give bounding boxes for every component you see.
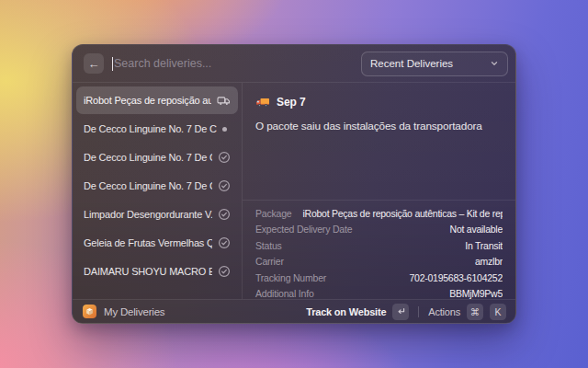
check-circle-icon bbox=[218, 265, 231, 278]
list-item-geleia[interactable]: Geleia de Frutas Vermelhas Q... bbox=[76, 229, 238, 257]
list-item-dececco-3[interactable]: De Cecco Linguine No. 7 De C... bbox=[76, 172, 238, 200]
app-name: My Deliveries bbox=[104, 306, 164, 317]
text-caret bbox=[112, 57, 113, 71]
truck-icon bbox=[217, 94, 231, 108]
check-circle-icon bbox=[218, 151, 231, 164]
metadata-row-package: Package iRobot Peças de reposição autênt… bbox=[255, 205, 503, 222]
track-on-website-button[interactable]: Track on Website bbox=[306, 306, 386, 317]
dot-icon bbox=[222, 127, 231, 132]
dropdown-label: Recent Deliveries bbox=[370, 58, 453, 69]
list-item-dececco-1[interactable]: De Cecco Linguine No. 7 De C... bbox=[76, 115, 238, 143]
chevron-down-icon bbox=[490, 59, 499, 68]
detail-panel: Sep 7 O pacote saiu das instalações da t… bbox=[243, 83, 515, 299]
check-circle-icon bbox=[218, 208, 231, 221]
recent-deliveries-dropdown[interactable]: Recent Deliveries bbox=[361, 52, 508, 76]
list-item-irobot[interactable]: iRobot Peças de reposição au... bbox=[76, 86, 238, 114]
k-key: K bbox=[490, 304, 506, 320]
metadata-row-tracking-number: Tracking Number 702-0195683-6104252 bbox=[255, 270, 503, 286]
list-item-dececco-2[interactable]: De Cecco Linguine No. 7 De C... bbox=[76, 144, 238, 171]
list-item-label: Geleia de Frutas Vermelhas Q... bbox=[84, 237, 212, 248]
metadata-value: BBMjM9Pw5 bbox=[325, 288, 503, 299]
metadata-label: Status bbox=[255, 240, 282, 251]
metadata-value: 702-0195683-6104252 bbox=[337, 272, 503, 283]
metadata-value: In Transit bbox=[293, 240, 503, 251]
search-input[interactable] bbox=[114, 57, 353, 70]
list-item-label: De Cecco Linguine No. 7 De C... bbox=[84, 123, 217, 134]
my-deliveries-window: ← Recent Deliveries iRobot Peças de repo… bbox=[72, 44, 516, 324]
list-item-label: DAIMARU SHOYU MACRO ES... bbox=[84, 266, 212, 277]
arrow-left-icon: ← bbox=[88, 57, 100, 71]
actions-button[interactable]: Actions bbox=[428, 306, 460, 317]
status-description: O pacote saiu das instalações da transpo… bbox=[255, 120, 503, 134]
metadata-label: Package bbox=[255, 208, 291, 219]
metadata-row-additional-info: Additional Info BBMjM9Pw5 bbox=[255, 286, 503, 300]
metadata-row-status: Status In Transit bbox=[255, 237, 503, 254]
check-circle-icon bbox=[218, 236, 231, 249]
list-item-daimaru[interactable]: DAIMARU SHOYU MACRO ES... bbox=[76, 258, 238, 285]
list-item-label: Limpador Desengordurante V... bbox=[84, 209, 212, 220]
delivery-list: iRobot Peças de reposição au... De Cecco… bbox=[73, 83, 242, 299]
search-field[interactable] bbox=[112, 57, 353, 71]
list-item-label: iRobot Peças de reposição au... bbox=[84, 95, 211, 106]
list-item-label: De Cecco Linguine No. 7 De C... bbox=[84, 180, 212, 191]
metadata-value: amzlbr bbox=[295, 256, 503, 267]
metadata-label: Expected Delivery Date bbox=[255, 224, 352, 235]
status-date: Sep 7 bbox=[277, 96, 306, 109]
status-update: Sep 7 O pacote saiu das instalações da t… bbox=[243, 83, 515, 200]
return-key-icon bbox=[392, 304, 409, 320]
metadata-label: Tracking Number bbox=[255, 272, 326, 283]
list-item-limpador[interactable]: Limpador Desengordurante V... bbox=[76, 201, 238, 228]
metadata-label: Additional Info bbox=[255, 288, 314, 299]
delivery-truck-emoji-icon bbox=[255, 95, 270, 109]
metadata-value: Not available bbox=[363, 224, 503, 235]
cmd-key: ⌘ bbox=[467, 304, 483, 320]
back-button[interactable]: ← bbox=[84, 53, 104, 74]
check-circle-icon bbox=[218, 179, 231, 192]
footer-separator bbox=[418, 306, 419, 317]
metadata-value: iRobot Peças de reposição autênticas – K… bbox=[302, 208, 503, 219]
action-bar: My Deliveries Track on Website Actions ⌘… bbox=[73, 299, 515, 323]
list-item-label: De Cecco Linguine No. 7 De C... bbox=[84, 152, 212, 163]
metadata-row-expected-date: Expected Delivery Date Not available bbox=[255, 222, 503, 238]
metadata-row-carrier: Carrier amzlbr bbox=[255, 254, 503, 270]
content-area: iRobot Peças de reposição au... De Cecco… bbox=[73, 83, 515, 299]
metadata-section: Package iRobot Peças de reposição autênt… bbox=[243, 201, 515, 299]
metadata-label: Carrier bbox=[255, 256, 284, 267]
package-app-icon bbox=[83, 305, 96, 318]
search-header: ← Recent Deliveries bbox=[73, 45, 515, 82]
